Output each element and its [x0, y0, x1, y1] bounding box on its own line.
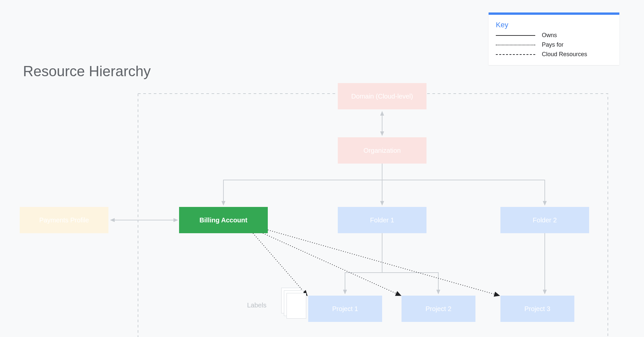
node-project2: Project 2	[402, 296, 475, 322]
edge-folder1-project1	[345, 233, 382, 294]
node-billing-account: Billing Account	[179, 207, 268, 233]
diagram-canvas: Domain (Cloud-level) Organization Paymen…	[0, 0, 644, 337]
node-domain: Domain (Cloud-level)	[338, 83, 426, 109]
node-project3: Project 3	[500, 296, 574, 322]
edge-billing-project3	[268, 230, 499, 296]
labels-stack-icon	[281, 288, 304, 317]
connectors-svg	[0, 0, 644, 337]
node-organization: Organization	[338, 137, 426, 164]
labels-caption: Labels	[247, 302, 266, 309]
edge-org-billing	[223, 164, 382, 205]
node-folder2: Folder 2	[500, 207, 589, 233]
labels-card	[287, 293, 306, 319]
edge-folder1-project2	[382, 233, 438, 294]
edge-org-folder2	[382, 164, 545, 205]
node-payments-profile: Payments Profile	[20, 207, 108, 233]
edge-billing-project2	[263, 233, 401, 296]
node-folder1: Folder 1	[338, 207, 426, 233]
edge-billing-project1	[253, 233, 307, 296]
node-project1: Project 1	[308, 296, 382, 322]
